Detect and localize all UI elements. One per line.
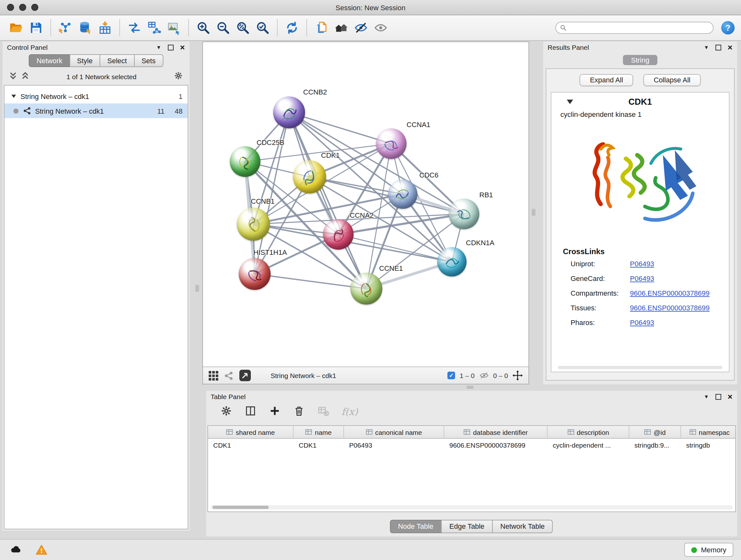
panel-menu-icon[interactable]: ▼ [156, 44, 161, 50]
expand-all-icon[interactable] [21, 71, 29, 81]
column-header[interactable]: @id [629, 426, 681, 438]
show-columns-button[interactable] [245, 405, 257, 419]
column-header[interactable]: database identifier [444, 426, 548, 438]
zoom-out-button[interactable] [213, 18, 233, 37]
open-session-button[interactable] [6, 18, 26, 37]
column-header[interactable]: shared name [208, 426, 293, 438]
open-in-new-icon[interactable] [239, 370, 251, 381]
gear-icon[interactable] [174, 71, 183, 82]
delete-column-button[interactable] [293, 405, 305, 419]
horizontal-splitter-handle[interactable] [467, 386, 474, 389]
network-node-ccne1[interactable] [350, 273, 382, 305]
column-header[interactable]: canonical name [344, 426, 444, 438]
hide-selected-button[interactable] [351, 18, 371, 37]
crosslink-link[interactable]: P06493 [630, 260, 654, 267]
network-node-ccnb1[interactable] [237, 207, 270, 241]
network-canvas[interactable]: CCNB2CCNA1CDC25BCDK1CDC6RB1CCNB1CCNA2CDK… [203, 42, 529, 367]
clone-network-button[interactable] [125, 18, 144, 37]
add-column-button[interactable] [269, 405, 281, 419]
vertical-splitter-handle[interactable] [195, 285, 199, 292]
zoom-in-button[interactable] [193, 18, 213, 37]
crosslink-link[interactable]: 9606.ENSP00000378699 [630, 289, 710, 297]
column-header[interactable]: description [548, 426, 629, 438]
network-node-rb1[interactable] [449, 199, 479, 229]
network-node-ccnb2[interactable] [273, 97, 305, 128]
network-node-cdc6[interactable] [388, 179, 417, 209]
panel-menu-icon[interactable]: ▼ [704, 394, 709, 399]
network-node-hist1h1a[interactable] [239, 258, 271, 290]
results-scrollbar[interactable] [558, 366, 723, 369]
create-network-from-table-button[interactable] [144, 18, 164, 37]
collapse-all-button[interactable]: Collapse All [644, 74, 701, 86]
panel-close-icon[interactable]: ✕ [727, 44, 733, 51]
table-cell[interactable]: CDK1 [208, 441, 293, 449]
cloud-button[interactable] [8, 543, 24, 557]
table-cell[interactable]: stringdb:9... [629, 441, 681, 449]
table-cell[interactable]: P06493 [344, 441, 444, 449]
crosslink-link[interactable]: P06493 [630, 318, 654, 326]
tab-style[interactable]: Style [69, 54, 100, 67]
table-cell[interactable]: stringdb [681, 441, 736, 449]
warnings-button[interactable] [33, 543, 50, 557]
memory-button[interactable]: Memory [684, 543, 733, 557]
vertical-splitter-handle[interactable] [532, 209, 536, 216]
tab-string[interactable]: String [623, 55, 658, 65]
column-header[interactable]: name [293, 426, 344, 438]
network-node-cdkn1a[interactable] [437, 247, 467, 276]
table-cell[interactable]: 9606.ENSP00000378699 [444, 441, 548, 449]
tab-sets[interactable]: Sets [134, 54, 163, 67]
panel-close-icon[interactable]: ✕ [180, 44, 185, 51]
column-header[interactable]: namespac [681, 426, 736, 438]
panel-close-icon[interactable]: ✕ [727, 393, 733, 400]
network-node-ccna1[interactable] [376, 128, 407, 159]
panel-menu-icon[interactable]: ▼ [704, 44, 709, 50]
tab-network-table[interactable]: Network Table [492, 520, 553, 533]
grid-icon[interactable] [209, 371, 218, 380]
collapse-all-icon[interactable] [9, 71, 17, 81]
table-cell[interactable]: CDK1 [293, 441, 344, 449]
search-field[interactable] [555, 22, 714, 34]
help-button[interactable]: ? [721, 21, 735, 35]
network-node-cdc25b[interactable] [230, 146, 260, 177]
expand-all-button[interactable]: Expand All [580, 74, 633, 86]
import-network-from-file-button[interactable] [56, 18, 75, 37]
table-cell[interactable]: cyclin-dependent ... [548, 441, 629, 449]
table-settings-button[interactable] [220, 405, 232, 419]
export-image-button[interactable] [164, 18, 184, 37]
application-window: Session: New Session [0, 0, 741, 560]
network-collection-row[interactable]: String Network – cdk1 1 [4, 89, 188, 104]
birdseye-view-button[interactable] [331, 18, 351, 37]
tab-network[interactable]: Network [29, 54, 70, 67]
selected-checkbox-icon[interactable]: ✓ [448, 372, 455, 379]
save-session-button[interactable] [26, 18, 46, 37]
warning-icon [35, 543, 48, 556]
move-crosshair-icon[interactable] [513, 370, 523, 381]
scrollbar-thumb[interactable] [212, 506, 269, 509]
table-tabs: Node Table Edge Table Network Table [206, 520, 737, 533]
crosslink-link[interactable]: 9606.ENSP00000378699 [630, 304, 710, 311]
zoom-selected-button[interactable] [253, 18, 273, 37]
annotations-button[interactable] [312, 18, 331, 37]
tab-edge-table[interactable]: Edge Table [441, 520, 493, 533]
import-table-from-file-button[interactable] [95, 18, 115, 37]
tab-select[interactable]: Select [99, 54, 134, 67]
network-node-ccna2[interactable] [323, 219, 354, 250]
show-all-button[interactable] [371, 18, 391, 37]
crosslink-link[interactable]: P06493 [630, 274, 654, 282]
network-selection-row: 1 of 1 Network selected [3, 68, 190, 84]
panel-float-icon[interactable] [715, 44, 721, 50]
panel-float-icon[interactable] [167, 44, 173, 50]
table-row[interactable]: CDK1 CDK1 P06493 9606.ENSP00000378699 cy… [208, 439, 735, 451]
refresh-network-button[interactable] [282, 18, 302, 37]
table-horizontal-scrollbar[interactable] [211, 505, 733, 509]
collapse-section-icon[interactable] [567, 99, 573, 104]
zoom-fit-button[interactable] [233, 18, 253, 37]
expander-icon[interactable] [11, 93, 17, 99]
network-row-selected[interactable]: String Network – cdk1 11 48 [4, 104, 188, 118]
import-network-from-database-button[interactable] [75, 18, 95, 37]
share-icon[interactable] [224, 371, 233, 380]
panel-float-icon[interactable] [715, 394, 721, 399]
search-input[interactable] [569, 23, 709, 32]
network-node-cdk1[interactable] [293, 160, 326, 193]
tab-node-table[interactable]: Node Table [390, 520, 442, 533]
